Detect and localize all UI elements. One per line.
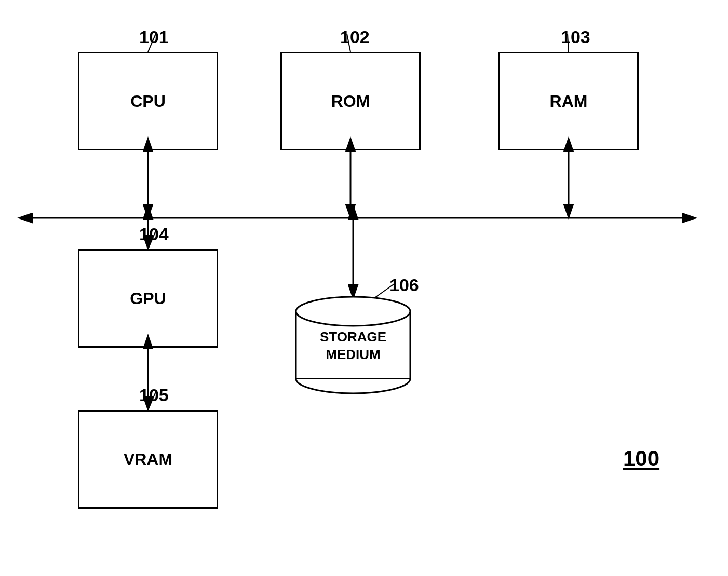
diagram-container: CPU 101 ROM 102 RAM 103 GPU 104 VRAM 105… — [0, 0, 728, 576]
svg-text:STORAGE: STORAGE — [320, 329, 386, 345]
gpu-number: 104 — [139, 224, 169, 244]
gpu-box: GPU — [78, 249, 218, 348]
svg-rect-9 — [296, 311, 410, 379]
cpu-label: CPU — [130, 92, 166, 111]
rom-number: 102 — [340, 27, 370, 47]
svg-point-10 — [296, 297, 410, 326]
cpu-box: CPU — [78, 52, 218, 150]
ram-number: 103 — [561, 27, 590, 47]
cpu-number: 101 — [139, 27, 169, 47]
svg-text:MEDIUM: MEDIUM — [326, 347, 380, 362]
ram-box: RAM — [498, 52, 639, 150]
ram-label: RAM — [550, 92, 588, 111]
gpu-label: GPU — [130, 289, 166, 308]
vram-box: VRAM — [78, 410, 218, 509]
storage-number: 106 — [389, 275, 419, 295]
vram-number: 105 — [139, 385, 169, 405]
rom-label: ROM — [331, 92, 370, 111]
vram-label: VRAM — [124, 450, 172, 469]
rom-box: ROM — [280, 52, 421, 150]
reference-100: 100 — [623, 446, 659, 471]
